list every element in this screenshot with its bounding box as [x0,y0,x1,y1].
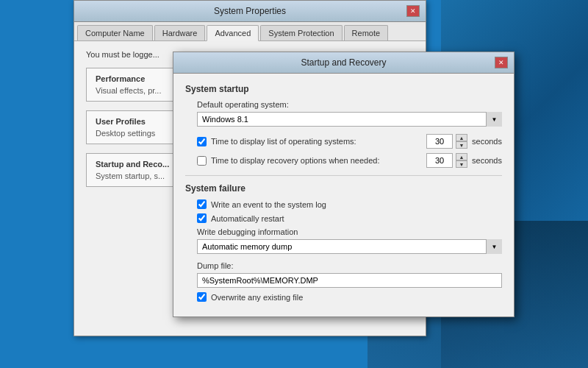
debug-dropdown[interactable]: Automatic memory dump Complete memory du… [197,239,502,254]
tab-remote[interactable]: Remote [344,25,389,40]
sys-props-titlebar: System Properties ✕ [74,1,426,22]
sar-title: Startup and Recovery [193,57,495,68]
display-recovery-spinner-group: ▲ ▼ [426,153,467,168]
startup-recovery-dialog: Startup and Recovery ✕ System startup De… [173,52,514,317]
auto-restart-row: Automatically restart [197,213,502,223]
auto-restart-label: Automatically restart [211,214,284,223]
default-os-dropdown-row: Windows 8.1 ▼ [197,112,502,127]
overwrite-label: Overwrite any existing file [211,293,303,302]
sar-titlebar: Startup and Recovery ✕ [173,52,514,74]
display-list-unit: seconds [472,137,502,146]
sys-props-close-button[interactable]: ✕ [406,5,420,17]
divider [185,175,502,176]
display-list-spinner-group: ▲ ▼ [426,134,467,149]
display-recovery-down-btn[interactable]: ▼ [456,160,467,168]
display-recovery-input[interactable] [426,153,453,168]
default-os-dropdown[interactable]: Windows 8.1 [197,112,502,127]
write-debug-label: Write debugging information [197,227,502,236]
sys-props-controls: ✕ [406,5,420,17]
display-list-down-btn[interactable]: ▼ [456,141,467,149]
display-recovery-checkbox[interactable] [197,156,207,166]
display-recovery-up-btn[interactable]: ▲ [456,153,467,160]
write-event-label: Write an event to the system log [211,200,326,209]
overwrite-row: Overwrite any existing file [197,292,502,302]
system-startup-label: System startup [185,84,502,94]
tab-hardware[interactable]: Hardware [154,25,206,40]
auto-restart-checkbox[interactable] [197,213,207,223]
debug-dropdown-row: Automatic memory dump Complete memory du… [197,239,502,254]
write-event-checkbox[interactable] [197,199,207,209]
display-list-row: Time to display list of operating system… [197,134,502,149]
system-failure-label: System failure [185,183,502,194]
display-list-label: Time to display list of operating system… [211,137,422,146]
dump-file-label: Dump file: [197,261,502,270]
write-event-row: Write an event to the system log [197,199,502,209]
tab-system-protection[interactable]: System Protection [260,25,342,40]
sar-close-button[interactable]: ✕ [495,57,508,68]
display-recovery-label: Time to display recovery options when ne… [211,156,422,165]
display-list-checkbox[interactable] [197,137,207,146]
tab-advanced[interactable]: Advanced [207,25,259,41]
dump-file-input[interactable] [197,273,502,288]
overwrite-checkbox[interactable] [197,292,207,302]
tabs-bar: Computer Name Hardware Advanced System P… [74,22,426,41]
display-list-input[interactable] [426,134,453,149]
display-recovery-row: Time to display recovery options when ne… [197,153,502,168]
sar-content: System startup Default operating system:… [173,74,514,316]
system-failure-section: Write an event to the system log Automat… [185,199,502,302]
sys-props-title: System Properties [93,6,406,16]
display-list-up-btn[interactable]: ▲ [456,134,467,141]
display-list-spinner-btns: ▲ ▼ [456,134,467,149]
display-recovery-unit: seconds [472,156,502,165]
tab-computer-name[interactable]: Computer Name [77,25,153,40]
system-startup-section: Default operating system: Windows 8.1 ▼ … [185,100,502,168]
default-os-label: Default operating system: [197,100,502,109]
display-recovery-spinner-btns: ▲ ▼ [456,153,467,168]
